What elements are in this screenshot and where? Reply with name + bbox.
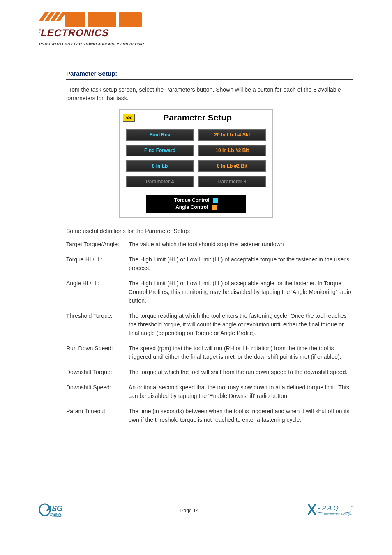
svg-text:- P A Q: - P A Q — [318, 504, 339, 512]
legend-angle-label: Angle Control — [175, 204, 208, 210]
definition-description: The torque at which the tool will shift … — [129, 368, 353, 377]
section-title: Parameter Setup: — [39, 70, 353, 77]
definition-description: An optional second speed that the tool m… — [129, 383, 353, 400]
definition-term: Run Down Speed: — [66, 344, 129, 361]
definition-term: Angle HL/LL: — [66, 279, 129, 305]
definition-description: The High Limit (HL) or Low Limit (LL) of… — [129, 279, 353, 305]
header-logo: ELECTRONICS PRODUCTS FOR ELECTRONIC ASSE… — [39, 12, 353, 48]
svg-text:ASG: ASG — [46, 504, 62, 513]
page-number: Page 14 — [180, 508, 199, 513]
definition-term: Param Timeout: — [66, 407, 129, 424]
svg-text:FASTENING: FASTENING — [50, 515, 62, 517]
definition-row: Downshift Torque:The torque at which the… — [66, 368, 353, 377]
definition-term: Downshift Speed: — [66, 383, 129, 400]
panel-legend: Torque Control Angle Control — [146, 195, 246, 213]
svg-rect-4 — [65, 12, 85, 27]
definition-row: Threshold Torque:The torque reading at w… — [66, 312, 353, 338]
svg-text:ELECTRONICS: ELECTRONICS — [39, 27, 111, 38]
parameter-button[interactable]: Find Rev — [126, 129, 194, 141]
legend-angle-swatch-icon — [212, 205, 217, 210]
definition-description: The High Limit (HL) or Low Limit (LL) of… — [129, 255, 353, 273]
svg-text:™: ™ — [350, 506, 353, 508]
xpaq-logo: - P A Q ™ PRECISION | ACCURACY | QUALITY — [308, 503, 353, 518]
parameter-button[interactable]: Find Forward — [126, 145, 194, 156]
definition-row: Downshift Speed:An optional second speed… — [66, 383, 353, 400]
definition-row: Torque HL/LL:The High Limit (HL) or Low … — [66, 255, 353, 273]
svg-text:PRODUCTS FOR ELECTRONIC ASSEMB: PRODUCTS FOR ELECTRONIC ASSEMBLY AND REP… — [39, 42, 144, 46]
parameter-button[interactable]: 10 In Lb #2 Bit — [198, 145, 266, 156]
definition-row: Run Down Speed:The speed (rpm) that the … — [66, 344, 353, 361]
panel-title: Parameter Setup — [126, 113, 269, 123]
definition-term: Threshold Torque: — [66, 312, 129, 338]
definition-term: Torque HL/LL: — [66, 255, 129, 273]
parameter-button[interactable]: 8 In Lb — [126, 160, 194, 172]
asg-logo: ASG PRECISION FASTENING — [39, 503, 71, 518]
definition-term: Downshift Torque: — [66, 368, 129, 377]
definition-description: The speed (rpm) that the tool will run (… — [129, 344, 353, 361]
legend-torque-label: Torque Control — [174, 197, 210, 203]
svg-rect-6 — [119, 12, 142, 27]
definition-description: The torque reading at which the tool ent… — [129, 312, 353, 338]
svg-text:PRECISION | ACCURACY | QUALITY: PRECISION | ACCURACY | QUALITY — [324, 513, 353, 516]
section-divider — [66, 79, 353, 80]
parameter-button[interactable]: 20 In Lb 1/4 Skt — [198, 129, 266, 141]
definition-description: The time (in seconds) between when the t… — [129, 407, 353, 424]
definition-description: The value at which the tool should stop … — [129, 240, 353, 249]
parameter-setup-screenshot: << Parameter Setup Find Rev20 In Lb 1/4 … — [39, 109, 353, 218]
parameter-button[interactable]: Parameter 8 — [198, 176, 266, 187]
footer-divider — [39, 500, 353, 500]
definition-row: Target Torque/Angle:The value at which t… — [66, 240, 353, 249]
section-intro: From the task setup screen, select the P… — [66, 86, 353, 103]
definition-row: Param Timeout:The time (in seconds) betw… — [66, 407, 353, 424]
parameter-button[interactable]: 8 In Lb #2 Bit — [198, 160, 266, 172]
legend-torque-swatch-icon — [213, 198, 218, 203]
parameter-button[interactable]: Parameter 4 — [126, 176, 194, 187]
definition-term: Target Torque/Angle: — [66, 240, 129, 249]
svg-rect-5 — [88, 12, 116, 27]
definitions-intro: Some useful definitions for the Paramete… — [66, 228, 353, 234]
definition-row: Angle HL/LL:The High Limit (HL) or Low L… — [66, 279, 353, 305]
